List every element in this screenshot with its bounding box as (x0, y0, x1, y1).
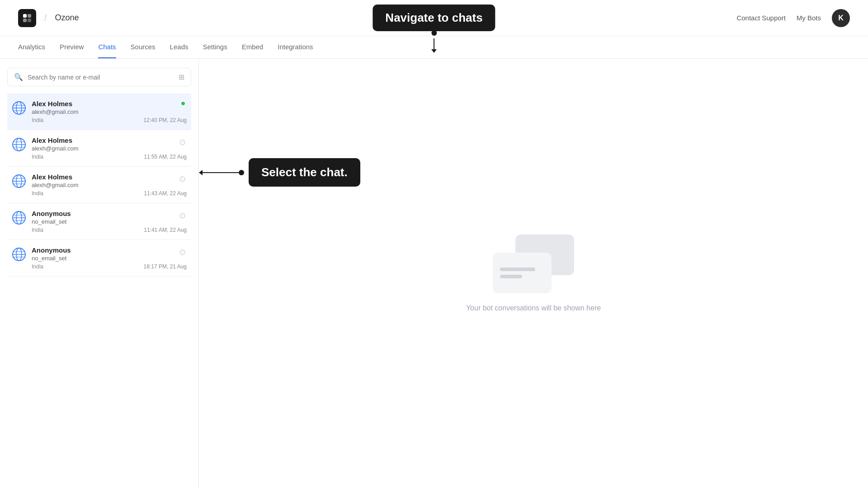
main-content: 🔍 ⊞ Alex Holmesalexh@gmail.comIndia12:40… (0, 59, 868, 488)
chat-list-item[interactable]: Alex Holmesalexh@gmail.comIndia11:55 AM,… (7, 130, 191, 167)
chat-info: Anonymousno_email_setIndia11:41 AM, 22 A… (32, 210, 187, 233)
svg-rect-1 (28, 14, 31, 18)
chat-meta: India12:40 PM, 22 Aug (32, 117, 187, 123)
chat-list-item[interactable]: Anonymousno_email_setIndia18:17 PM, 21 A… (7, 240, 191, 277)
chat-info: Alex Holmesalexh@gmail.comIndia12:40 PM,… (32, 100, 187, 123)
select-chat-tooltip: Select the chat. (249, 158, 360, 187)
chat-name: Alex Holmes (32, 173, 187, 181)
chat-location: India (32, 154, 43, 160)
empty-line-1 (500, 267, 535, 271)
chat-status-icon: ⊙ (179, 137, 186, 147)
empty-illustration (493, 235, 574, 293)
filter-icon[interactable]: ⊞ (179, 73, 184, 81)
tab-integrations[interactable]: Integrations (278, 36, 313, 58)
chat-name: Alex Holmes (32, 136, 187, 144)
chat-list-item[interactable]: Alex Holmesalexh@gmail.comIndia12:40 PM,… (7, 94, 191, 130)
contact-support-link[interactable]: Contact Support (736, 14, 785, 22)
user-avatar[interactable]: K (832, 9, 850, 27)
chat-time: 11:41 AM, 22 Aug (144, 227, 187, 233)
navigate-arrow (431, 38, 437, 53)
chat-email: no_email_set (32, 255, 187, 262)
header-right: Contact Support My Bots K (736, 9, 850, 27)
empty-card-front (493, 253, 552, 293)
chat-email: alexh@gmail.com (32, 145, 187, 152)
chat-status-icon: ⊙ (179, 247, 186, 257)
chat-location: India (32, 263, 43, 270)
search-input[interactable] (28, 74, 174, 81)
chat-meta: India18:17 PM, 21 Aug (32, 263, 187, 270)
chat-avatar-icon (12, 247, 26, 262)
chat-email: no_email_set (32, 218, 187, 225)
tab-analytics[interactable]: Analytics (18, 36, 45, 58)
select-arrow (199, 170, 239, 175)
chat-time: 11:55 AM, 22 Aug (144, 154, 187, 160)
chat-avatar-icon (12, 174, 26, 188)
svg-rect-3 (28, 19, 31, 22)
chat-status-icon: ⊙ (179, 211, 186, 221)
chat-list: Alex Holmesalexh@gmail.comIndia12:40 PM,… (7, 94, 191, 277)
sidebar: 🔍 ⊞ Alex Holmesalexh@gmail.comIndia12:40… (0, 59, 199, 488)
chat-avatar-icon (12, 211, 26, 225)
chat-email: alexh@gmail.com (32, 182, 187, 188)
chat-time: 11:43 AM, 22 Aug (144, 190, 187, 197)
chat-location: India (32, 190, 43, 197)
search-icon: 🔍 (14, 73, 23, 81)
chat-name: Alex Holmes (32, 100, 187, 108)
chat-meta: India11:55 AM, 22 Aug (32, 154, 187, 160)
chat-meta: India11:41 AM, 22 Aug (32, 227, 187, 233)
tab-settings[interactable]: Settings (203, 36, 227, 58)
select-dot (239, 170, 244, 175)
chat-name: Anonymous (32, 246, 187, 254)
chat-list-item[interactable]: Anonymousno_email_setIndia11:41 AM, 22 A… (7, 203, 191, 240)
chat-email: alexh@gmail.com (32, 108, 187, 115)
chat-info: Alex Holmesalexh@gmail.comIndia11:43 AM,… (32, 173, 187, 197)
my-bots-link[interactable]: My Bots (797, 14, 821, 22)
svg-rect-0 (23, 14, 27, 18)
chat-status-icon (180, 101, 186, 106)
right-panel: Your bot conversations will be shown her… (199, 59, 868, 488)
app-name: Ozone (55, 13, 79, 23)
navigate-tooltip: Navigate to chats (373, 5, 495, 31)
select-chat-tooltip-container: Select the chat. (199, 158, 360, 187)
svg-rect-2 (23, 19, 27, 22)
tab-embed[interactable]: Embed (242, 36, 264, 58)
breadcrumb-separator: / (44, 13, 47, 23)
chat-info: Alex Holmesalexh@gmail.comIndia11:55 AM,… (32, 136, 187, 160)
tab-chats[interactable]: Chats (98, 36, 116, 58)
chat-name: Anonymous (32, 210, 187, 217)
tab-leads[interactable]: Leads (170, 36, 189, 58)
chat-avatar-icon (12, 137, 26, 152)
chat-time: 12:40 PM, 22 Aug (144, 117, 187, 123)
chat-time: 18:17 PM, 21 Aug (144, 263, 187, 270)
chat-location: India (32, 117, 43, 123)
chat-info: Anonymousno_email_setIndia18:17 PM, 21 A… (32, 246, 187, 270)
header: / Ozone Navigate to chats Contact Suppor… (0, 0, 868, 36)
chat-location: India (32, 227, 43, 233)
chat-status-icon: ⊙ (179, 174, 186, 184)
chat-list-item[interactable]: Alex Holmesalexh@gmail.comIndia11:43 AM,… (7, 167, 191, 203)
logo-icon (18, 9, 36, 27)
logo-area: / Ozone (18, 9, 79, 27)
chat-avatar-icon (12, 101, 26, 115)
chat-meta: India11:43 AM, 22 Aug (32, 190, 187, 197)
tab-sources[interactable]: Sources (131, 36, 156, 58)
search-bar: 🔍 ⊞ (7, 68, 191, 86)
tab-preview[interactable]: Preview (60, 36, 84, 58)
empty-line-2 (500, 275, 522, 278)
empty-state-text: Your bot conversations will be shown her… (466, 304, 601, 312)
